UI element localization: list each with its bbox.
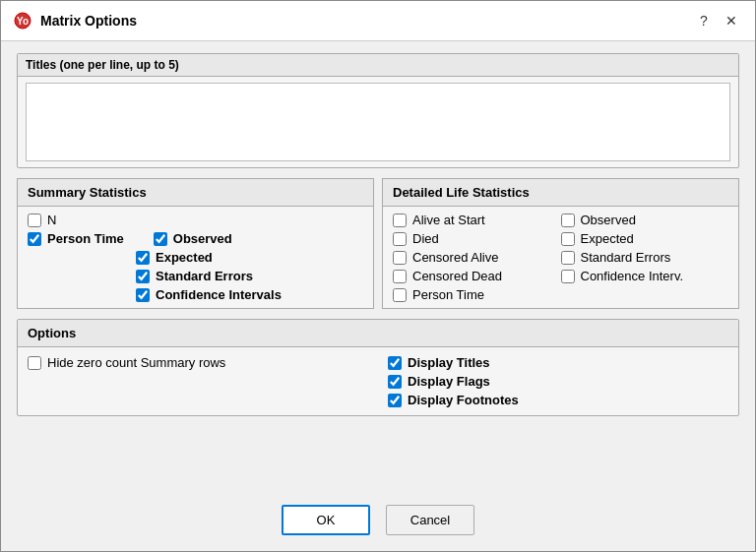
options-display-footnotes-label: Display Footnotes	[408, 393, 519, 407]
options-section-header: Options	[18, 320, 738, 347]
detailed-person-time-item[interactable]: Person Time	[393, 287, 561, 302]
detailed-stats-body: Alive at Start Died Censored Alive	[383, 207, 738, 308]
detailed-observed-item[interactable]: Observed	[561, 213, 729, 227]
detailed-observed-label: Observed	[581, 213, 636, 227]
detailed-expected-checkbox[interactable]	[561, 232, 575, 246]
detailed-died-label: Died	[412, 231, 439, 246]
summary-person-time-item[interactable]: Person Time	[28, 231, 124, 246]
summary-person-time-label: Person Time	[47, 231, 124, 246]
svg-text:Yo: Yo	[17, 16, 29, 27]
options-body: Hide zero count Summary rows Display Tit…	[18, 347, 738, 415]
detailed-alive-start-label: Alive at Start	[412, 213, 485, 227]
options-hide-zero-label: Hide zero count Summary rows	[47, 355, 225, 370]
titles-textarea[interactable]	[26, 83, 730, 161]
title-bar-controls: ? ✕	[692, 9, 743, 32]
summary-n-label: N	[47, 213, 56, 227]
button-row: OK Cancel	[1, 493, 755, 551]
app-icon: Yo	[13, 11, 32, 31]
summary-observed-label: Observed	[173, 231, 232, 246]
options-right: Display Titles Display Flags Display Foo…	[388, 355, 728, 407]
detailed-expected-item[interactable]: Expected	[561, 231, 729, 246]
summary-conf-intervals-label: Confidence Intervals	[156, 287, 282, 302]
summary-stats-header: Summary Statistics	[18, 179, 373, 207]
summary-conf-intervals-checkbox[interactable]	[136, 288, 150, 302]
options-hide-zero-item[interactable]: Hide zero count Summary rows	[28, 355, 368, 370]
summary-n-checkbox[interactable]	[28, 214, 41, 227]
summary-expected-label: Expected	[156, 250, 213, 265]
detailed-stats-header: Detailed Life Statistics	[383, 179, 738, 207]
titles-section: Titles (one per line, up to 5)	[17, 53, 739, 168]
options-section: Options Hide zero count Summary rows Dis…	[17, 319, 739, 416]
detailed-censored-alive-label: Censored Alive	[412, 250, 498, 265]
detailed-person-time-label: Person Time	[412, 287, 484, 302]
summary-expected-item[interactable]: Expected	[136, 250, 363, 265]
dialog-body: Titles (one per line, up to 5) Summary S…	[1, 41, 755, 493]
options-display-titles-item[interactable]: Display Titles	[388, 355, 728, 370]
summary-stats-section: Summary Statistics N Person Time	[17, 178, 374, 309]
options-display-titles-label: Display Titles	[408, 355, 490, 370]
title-bar: Yo Matrix Options ? ✕	[1, 1, 755, 41]
summary-stats-body: N Person Time Observed	[18, 207, 373, 308]
summary-observed-checkbox[interactable]	[154, 232, 167, 246]
options-display-footnotes-item[interactable]: Display Footnotes	[388, 393, 728, 407]
detailed-conf-intervals-item[interactable]: Confidence Interv.	[561, 269, 729, 283]
options-hide-zero-checkbox[interactable]	[28, 356, 41, 370]
detailed-expected-label: Expected	[581, 231, 634, 246]
detailed-censored-dead-checkbox[interactable]	[393, 270, 407, 283]
options-left: Hide zero count Summary rows	[28, 355, 368, 370]
detailed-censored-alive-item[interactable]: Censored Alive	[393, 250, 561, 265]
detailed-left-col: Alive at Start Died Censored Alive	[393, 213, 561, 302]
detailed-person-time-checkbox[interactable]	[393, 288, 407, 302]
detailed-std-errors-item[interactable]: Standard Errors	[561, 250, 729, 265]
dialog-title: Matrix Options	[40, 13, 692, 29]
detailed-censored-dead-item[interactable]: Censored Dead	[393, 269, 561, 283]
titles-section-header: Titles (one per line, up to 5)	[18, 54, 738, 77]
detailed-censored-dead-label: Censored Dead	[412, 269, 502, 283]
detailed-conf-intervals-label: Confidence Interv.	[581, 269, 684, 283]
detailed-censored-alive-checkbox[interactable]	[393, 251, 407, 265]
summary-std-errors-item[interactable]: Standard Errors	[136, 269, 363, 283]
detailed-alive-start-item[interactable]: Alive at Start	[393, 213, 561, 227]
cancel-button[interactable]: Cancel	[386, 505, 474, 535]
detailed-alive-start-checkbox[interactable]	[393, 214, 407, 227]
summary-std-errors-checkbox[interactable]	[136, 270, 150, 283]
summary-conf-intervals-item[interactable]: Confidence Intervals	[136, 287, 363, 302]
detailed-std-errors-label: Standard Errors	[581, 250, 671, 265]
matrix-options-dialog: Yo Matrix Options ? ✕ Titles (one per li…	[0, 0, 756, 552]
options-display-flags-label: Display Flags	[408, 374, 490, 389]
summary-expected-checkbox[interactable]	[136, 251, 150, 265]
ok-button[interactable]: OK	[282, 505, 370, 535]
options-display-flags-item[interactable]: Display Flags	[388, 374, 728, 389]
detailed-died-checkbox[interactable]	[393, 232, 407, 246]
detailed-observed-checkbox[interactable]	[561, 214, 575, 227]
detailed-std-errors-checkbox[interactable]	[561, 251, 575, 265]
options-display-titles-checkbox[interactable]	[388, 356, 402, 370]
options-display-flags-checkbox[interactable]	[388, 375, 402, 389]
detailed-died-item[interactable]: Died	[393, 231, 561, 246]
detailed-stats-section: Detailed Life Statistics Alive at Start …	[382, 178, 739, 309]
summary-person-time-checkbox[interactable]	[28, 232, 41, 246]
summary-std-errors-label: Standard Errors	[156, 269, 253, 283]
stats-row: Summary Statistics N Person Time	[17, 178, 739, 309]
detailed-right-col: Observed Expected Standard Errors C	[561, 213, 729, 302]
close-button[interactable]: ✕	[720, 9, 743, 32]
detailed-conf-intervals-checkbox[interactable]	[561, 270, 575, 283]
summary-observed-item[interactable]: Observed	[154, 231, 232, 246]
options-display-footnotes-checkbox[interactable]	[388, 394, 402, 407]
help-button[interactable]: ?	[692, 9, 716, 32]
summary-n-item[interactable]: N	[28, 213, 363, 227]
